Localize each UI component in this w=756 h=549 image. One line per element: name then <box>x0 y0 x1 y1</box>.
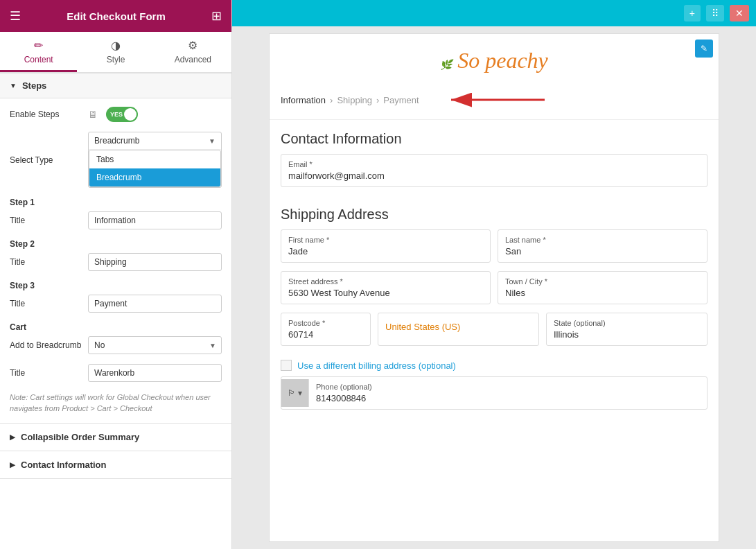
logo-text: 🌿 So peachy <box>440 48 548 73</box>
cart-block: Cart Add to Breadcrumb No Yes ▼ Title <box>10 322 222 382</box>
style-icon: ◑ <box>111 39 121 52</box>
tab-content-label: Content <box>24 55 53 64</box>
content-icon: ✏ <box>34 39 43 52</box>
step-3-title-input[interactable] <box>88 295 222 313</box>
step-2-title-input[interactable] <box>88 253 222 271</box>
last-name-label: Last name * <box>505 236 700 244</box>
street-label: Street address * <box>288 277 483 286</box>
email-field-block: Email * mailforwork@gmail.com <box>281 154 707 187</box>
cart-note-text: Note: Cart settings will work for Global… <box>10 393 211 412</box>
step-3-row: Step 3 <box>10 281 222 290</box>
toggle-knob <box>124 108 137 121</box>
enable-steps-label: Enable Steps <box>10 110 82 119</box>
step-2-title-label: Title <box>10 257 82 267</box>
alt-billing-row: Use a different billing address (optiona… <box>270 354 719 376</box>
option-breadcrumb[interactable]: Breadcrumb <box>89 168 220 186</box>
select-type-wrapper: Breadcrumb ▼ Tabs Breadcrumb <box>88 132 222 188</box>
step-2-label: Step 2 <box>10 239 82 249</box>
close-button[interactable]: ✕ <box>730 5 749 21</box>
grid-icon[interactable]: ⊞ <box>211 8 222 24</box>
panel-title: Edit Checkout Form <box>67 10 166 22</box>
panel-header: ☰ Edit Checkout Form ⊞ <box>0 0 231 32</box>
logo-brand: So peachy <box>457 48 548 73</box>
name-row: First name * Jade Last name * San <box>281 229 707 263</box>
cart-note: Note: Cart settings will work for Global… <box>10 392 222 415</box>
town-block: Town / City * Niles <box>498 271 707 304</box>
select-type-value: Breadcrumb <box>94 136 139 146</box>
step-1-block: Step 1 Title <box>10 198 222 229</box>
street-town-row: Street address * 5630 West Touhy Avenue … <box>281 271 707 304</box>
select-type-dropdown[interactable]: Breadcrumb ▼ Tabs Breadcrumb <box>88 132 222 188</box>
shipping-title: Shipping Address <box>270 195 719 229</box>
enable-steps-toggle[interactable]: YES <box>106 107 138 122</box>
chevron-down-icon: ▼ <box>209 137 216 145</box>
postcode-block: Postcode * 60714 <box>281 313 371 346</box>
phone-row: 🏳 ▾ Phone (optional) 8143008846 <box>281 376 707 410</box>
tab-style[interactable]: ◑ Style <box>77 32 154 72</box>
checkout-form-container: ✎ 🌿 So peachy Information › Shipping › P… <box>269 33 719 542</box>
select-type-row: Select Type Breadcrumb ▼ Tabs Breadcrumb <box>10 132 222 188</box>
step-1-title-input[interactable] <box>88 211 222 229</box>
contact-information-section[interactable]: ▶ Contact Information <box>0 451 231 479</box>
contact-information-label: Contact Information <box>21 460 107 470</box>
tab-advanced[interactable]: ⚙ Advanced <box>155 32 231 72</box>
right-top-bar: + ⠿ ✕ <box>232 0 756 26</box>
select-type-label: Select Type <box>10 155 82 165</box>
steps-section-header[interactable]: ▼ Steps <box>0 73 231 98</box>
town-value: Niles <box>505 288 700 298</box>
first-name-label: First name * <box>288 236 483 244</box>
breadcrumb-nav: Information › Shipping › Payment <box>270 80 719 120</box>
select-type-menu: Tabs Breadcrumb <box>89 150 221 187</box>
add-to-breadcrumb-wrapper: No Yes ▼ <box>88 336 222 354</box>
red-arrow-annotation <box>437 86 548 114</box>
phone-flag: 🏳 ▾ <box>281 379 309 407</box>
edit-corner-button[interactable]: ✎ <box>695 40 713 58</box>
tab-content[interactable]: ✏ Content <box>0 32 77 72</box>
add-to-breadcrumb-label: Add to Breadcrumb <box>10 340 82 350</box>
cart-title-label: Title <box>10 368 82 378</box>
phone-content: Phone (optional) 8143008846 <box>309 377 379 409</box>
phone-flag-text: 🏳 ▾ <box>288 388 302 398</box>
email-value: mailforwork@gmail.com <box>288 171 700 181</box>
steps-section-label: Steps <box>22 80 46 91</box>
cart-label: Cart <box>10 322 82 332</box>
alt-billing-checkbox[interactable] <box>281 360 292 371</box>
left-panel: ☰ Edit Checkout Form ⊞ ✏ Content ◑ Style… <box>0 0 232 549</box>
monitor-icon: 🖥 <box>88 109 98 120</box>
step-3-label: Step 3 <box>10 281 82 290</box>
town-label: Town / City * <box>505 277 700 286</box>
collapsible-order-summary-section[interactable]: ▶ Collapsible Order Summary <box>0 424 231 451</box>
order-summary-arrow-icon: ▶ <box>10 433 15 441</box>
alt-billing-label: Use a different billing address (optiona… <box>297 360 456 371</box>
contact-info-title: Contact Information <box>270 120 719 154</box>
contact-info-arrow-icon: ▶ <box>10 461 15 469</box>
hamburger-icon[interactable]: ☰ <box>10 8 21 24</box>
collapsible-order-summary-label: Collapsible Order Summary <box>21 432 139 442</box>
steps-section-body: Enable Steps 🖥 YES Select Type Breadcrum… <box>0 98 231 424</box>
first-name-value: Jade <box>288 246 483 256</box>
breadcrumb-sep-1: › <box>330 95 333 105</box>
state-value: Illinois <box>554 329 700 340</box>
first-name-block: First name * Jade <box>281 229 491 263</box>
add-to-breadcrumb-select[interactable]: No Yes <box>88 336 222 354</box>
add-to-breadcrumb-row: Add to Breadcrumb No Yes ▼ <box>10 336 222 354</box>
tab-style-label: Style <box>107 55 125 64</box>
postcode-value: 60714 <box>288 329 363 340</box>
breadcrumb-item-1: Information <box>281 95 326 105</box>
cart-title-input[interactable] <box>88 364 222 382</box>
email-label: Email * <box>288 160 700 168</box>
state-block: State (optional) Illinois <box>546 313 707 346</box>
option-tabs[interactable]: Tabs <box>89 150 220 168</box>
step-3-title-row: Title <box>10 295 222 313</box>
move-button[interactable]: ⠿ <box>706 5 724 21</box>
logo-leaf-icon: 🌿 <box>440 60 452 70</box>
step-3-block: Step 3 Title <box>10 281 222 313</box>
step-3-title-label: Title <box>10 299 82 308</box>
step-1-title-row: Title <box>10 211 222 229</box>
step-1-title-label: Title <box>10 216 82 225</box>
postcode-country-row: Postcode * 60714 United States (US) Stat… <box>281 313 707 346</box>
breadcrumb-item-3: Payment <box>383 95 419 105</box>
right-panel: + ⠿ ✕ ✎ 🌿 So peachy Information › Shippi… <box>232 0 756 549</box>
canvas-area: ✎ 🌿 So peachy Information › Shipping › P… <box>232 26 756 549</box>
add-button[interactable]: + <box>684 5 701 21</box>
